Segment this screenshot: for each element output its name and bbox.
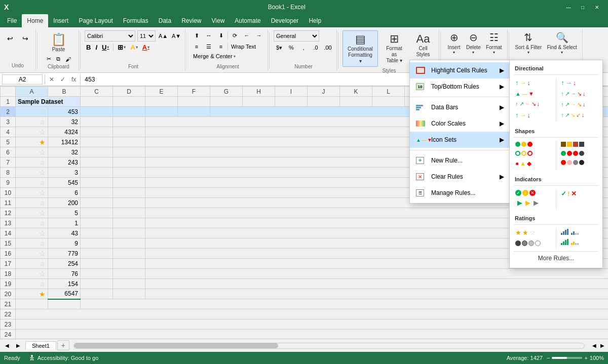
- wrap-text-button[interactable]: Wrap Text: [229, 43, 258, 50]
- sheet-nav-right[interactable]: ▶: [13, 341, 23, 351]
- dir-arrows-5-black[interactable]: ↑ ↗ → ↘ ↓: [559, 100, 587, 109]
- ratings-3stars[interactable]: ★ ★ ☆: [514, 228, 537, 237]
- zoom-slider[interactable]: [552, 357, 582, 359]
- close-button[interactable]: ✕: [590, 0, 604, 14]
- circles-3-pastel[interactable]: [559, 159, 586, 166]
- col-header-H[interactable]: H: [243, 87, 275, 97]
- cell-C1[interactable]: [81, 97, 113, 107]
- indicators-3-circle[interactable]: ✓ ! ✕: [514, 189, 537, 197]
- increase-decimal-button[interactable]: .0: [310, 43, 321, 53]
- data-bars-item[interactable]: Data Bars ▶: [410, 99, 510, 115]
- tab-insert[interactable]: Insert: [48, 14, 73, 27]
- ratings-4circles[interactable]: [514, 239, 542, 247]
- col-header-J[interactable]: J: [308, 87, 340, 97]
- horizontal-scrollbar[interactable]: [73, 343, 585, 349]
- maximize-button[interactable]: □: [576, 0, 590, 14]
- cell-G1[interactable]: [210, 97, 243, 107]
- col-header-G[interactable]: G: [210, 87, 243, 97]
- ratings-4bars-mixed[interactable]: [559, 238, 580, 246]
- cell-D2[interactable]: [113, 107, 145, 117]
- add-sheet-button[interactable]: +: [57, 340, 69, 350]
- increase-font-button[interactable]: A▲: [158, 31, 169, 41]
- copy-button[interactable]: ⧉: [54, 55, 62, 63]
- indent-increase-button[interactable]: →: [253, 30, 264, 41]
- col-header-B[interactable]: B: [48, 87, 81, 97]
- cell-D1[interactable]: [113, 97, 145, 107]
- tab-formulas[interactable]: Formulas: [118, 14, 154, 27]
- new-rule-item[interactable]: + New Rule...: [410, 152, 510, 169]
- more-rules-button[interactable]: More Rules...: [514, 251, 598, 265]
- manage-rules-item[interactable]: ☰ Manage Rules...: [410, 185, 510, 201]
- comma-button[interactable]: ,: [298, 43, 309, 53]
- border-button[interactable]: ⊞▾: [116, 43, 127, 52]
- cell-E2[interactable]: [145, 107, 178, 117]
- merge-center-button[interactable]: Merge & Center ▾: [191, 53, 238, 60]
- align-left-button[interactable]: ≡: [191, 42, 202, 52]
- number-format-select[interactable]: General: [274, 30, 319, 42]
- cell-E1[interactable]: [145, 97, 178, 107]
- col-header-K[interactable]: K: [340, 87, 372, 97]
- undo-button[interactable]: ↩: [3, 31, 17, 46]
- top-bottom-rules-item[interactable]: 10 Top/Bottom Rules ▶: [410, 86, 510, 95]
- icon-sets-item[interactable]: ▲ — ▼ Icon Sets ▶: [410, 132, 510, 148]
- cell-B2[interactable]: 453: [48, 107, 81, 117]
- formula-cancel-button[interactable]: ✕: [47, 76, 56, 83]
- tab-data[interactable]: Data: [154, 14, 176, 27]
- scroll-right-button[interactable]: ▶: [599, 342, 606, 349]
- col-header-E[interactable]: E: [145, 87, 178, 97]
- find-select-button[interactable]: 🔍 Find & Select ▾: [545, 30, 579, 56]
- ratings-4bars-blue[interactable]: [559, 228, 580, 236]
- decrease-font-button[interactable]: A▼: [171, 31, 182, 41]
- cell-A2[interactable]: ☆: [16, 107, 48, 117]
- col-header-C[interactable]: C: [81, 87, 113, 97]
- tab-developer[interactable]: Developer: [266, 14, 304, 27]
- font-size-select[interactable]: 11: [137, 30, 156, 42]
- align-top-button[interactable]: ⬆: [191, 30, 202, 41]
- font-color-button[interactable]: A▾: [141, 43, 151, 52]
- format-button[interactable]: ☷ Format ▾: [484, 30, 504, 56]
- cell-L1[interactable]: [372, 97, 405, 107]
- cell-F1[interactable]: [178, 97, 210, 107]
- cell-F2[interactable]: [178, 107, 210, 117]
- dir-arrows-3-grey[interactable]: ↑ → ↓: [559, 86, 578, 88]
- circles-4-mixed[interactable]: [559, 150, 586, 157]
- cell-K1[interactable]: [340, 97, 372, 107]
- dir-arrows-5-grey[interactable]: ↑ ↗ → ↘ ↓: [559, 90, 587, 98]
- col-header-L[interactable]: L: [372, 87, 405, 97]
- color-scales-item[interactable]: Color Scales ▶: [410, 115, 510, 132]
- indicators-3-noCircle[interactable]: ✓ ! ✕: [559, 189, 578, 198]
- tab-page-layout[interactable]: Page Layout: [73, 14, 118, 27]
- fill-color-button[interactable]: A▾: [129, 43, 139, 52]
- font-name-select[interactable]: Calibri: [85, 30, 135, 42]
- col-header-A[interactable]: A: [16, 87, 48, 97]
- col-header-D[interactable]: D: [113, 87, 145, 97]
- italic-button[interactable]: I: [94, 43, 99, 52]
- sheet-tab-sheet1[interactable]: Sheet1: [25, 341, 56, 350]
- dir-triangles-3[interactable]: ▲ — ▼: [514, 90, 536, 98]
- paste-button[interactable]: 📋 Paste: [47, 30, 70, 54]
- col-header-F[interactable]: F: [178, 87, 210, 97]
- col-header-I[interactable]: I: [275, 87, 308, 97]
- delete-button[interactable]: ⊖ Delete ▾: [464, 30, 483, 56]
- circles-3-filled[interactable]: [514, 141, 534, 148]
- squares-4-brown[interactable]: [559, 141, 586, 148]
- name-box[interactable]: [2, 74, 43, 85]
- align-center-button[interactable]: ☰: [203, 42, 214, 52]
- minimize-button[interactable]: —: [561, 0, 576, 14]
- cell-H1[interactable]: [243, 97, 275, 107]
- sheet-nav-left[interactable]: ◀: [2, 341, 12, 351]
- cell-J1[interactable]: [308, 97, 340, 107]
- dir-arrows-5-alt[interactable]: ↑ ↗ ↘ ↙ ↓: [559, 111, 586, 119]
- currency-button[interactable]: $▾: [274, 43, 285, 53]
- cell-A1[interactable]: Sample Dataset: [16, 97, 81, 107]
- tab-home[interactable]: Home: [22, 14, 48, 27]
- circles-3-outlined[interactable]: [514, 150, 534, 157]
- format-painter-button[interactable]: 🖌: [63, 55, 73, 63]
- clear-rules-item[interactable]: ✕ Clear Rules ▶: [410, 169, 510, 185]
- tab-automate[interactable]: Automate: [230, 14, 265, 27]
- dir-arrows-3-filled[interactable]: ↑ → ↓: [514, 86, 532, 88]
- tab-help[interactable]: Help: [303, 14, 326, 27]
- dir-arrows-3-gray[interactable]: ↑ → ↓: [514, 110, 532, 120]
- underline-button[interactable]: U▾: [100, 43, 110, 52]
- shapes-3-mixed[interactable]: ● ▲ ◆: [514, 159, 533, 168]
